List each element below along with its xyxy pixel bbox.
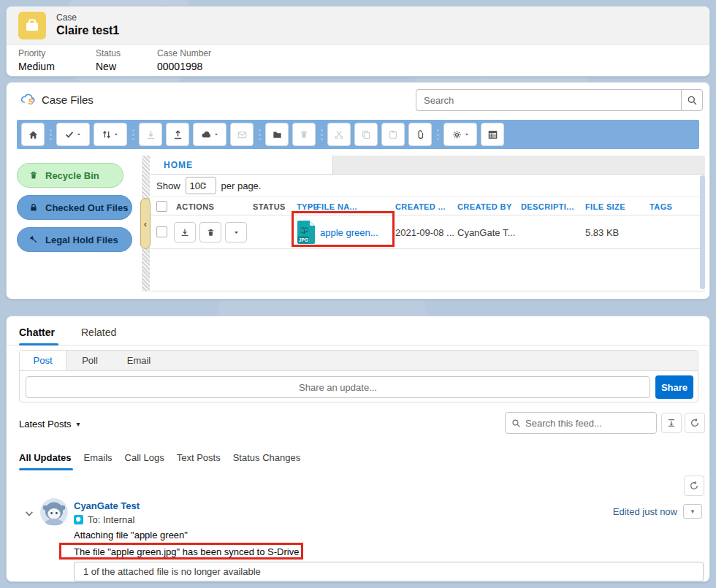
cloud-upload-dropdown-icon[interactable] — [193, 123, 226, 146]
tab-status-changes[interactable]: Status Changes — [233, 452, 301, 463]
tab-emails[interactable]: Emails — [84, 452, 113, 463]
col-status: STATUS — [253, 202, 286, 211]
post-audience: To: Internal — [74, 514, 134, 525]
feed-filter-dropdown[interactable]: Latest Posts ▾ — [19, 419, 80, 429]
tab-poll[interactable]: Poll — [66, 351, 113, 370]
folder-tab-strip: HOME — [151, 156, 705, 175]
toolbar-separator — [257, 126, 262, 142]
row-checkbox[interactable] — [156, 226, 167, 237]
post-text-line2: The file "apple green.jpg" has been sync… — [74, 546, 299, 557]
chatter-publisher: Post Poll Email Share — [19, 350, 698, 402]
tab-chatter[interactable]: Chatter — [19, 327, 55, 338]
col-tags[interactable]: TAGS — [650, 202, 672, 211]
avatar[interactable] — [40, 498, 68, 526]
col-file-size[interactable]: FILE SIZE — [585, 202, 625, 211]
select-all-dropdown-icon[interactable] — [56, 123, 90, 146]
table-scrollbar[interactable] — [700, 175, 705, 289]
active-feed-tab-underline — [19, 468, 73, 470]
feed-sort-icon[interactable] — [661, 413, 682, 433]
feed-type-tabs: All Updates Emails Call Logs Text Posts … — [19, 452, 300, 463]
sort-chevron-icon — [307, 203, 314, 210]
tab-related[interactable]: Related — [81, 327, 116, 338]
share-button[interactable]: Share — [655, 375, 693, 399]
sort-dropdown-icon[interactable] — [94, 123, 127, 146]
toolbar-separator — [131, 126, 135, 142]
feed-refresh-icon[interactable] — [685, 413, 705, 433]
file-name-link[interactable]: apple green... — [320, 227, 378, 238]
download-icon — [139, 123, 162, 146]
file-search-input[interactable] — [416, 89, 681, 111]
paging-controls: Show ▴▾ per page. — [151, 175, 705, 196]
field-status: Status New — [96, 48, 121, 72]
row-download-icon[interactable] — [174, 222, 196, 243]
per-page-label: per page. — [221, 180, 262, 191]
list-view-icon[interactable] — [481, 123, 504, 146]
lock-icon — [28, 202, 39, 213]
feed-filter-label: Latest Posts — [19, 419, 72, 429]
component-title: Case Files — [42, 93, 94, 106]
delete-icon — [292, 123, 316, 146]
row-more-actions-icon[interactable] — [225, 222, 247, 243]
col-created[interactable]: CREATED ... — [395, 202, 446, 211]
post-refresh-icon[interactable] — [684, 476, 704, 496]
gavel-icon — [28, 234, 39, 245]
tab-home[interactable]: HOME — [151, 156, 333, 174]
post-timestamp[interactable]: Edited just now — [613, 506, 677, 517]
created-cell: 2021-09-08 ... — [395, 227, 454, 238]
collapse-panel-handle[interactable]: ‹ — [140, 198, 151, 249]
page-size-input[interactable] — [186, 180, 204, 191]
panel-splitter[interactable]: ‹ — [142, 156, 150, 291]
collapse-post-chevron-icon[interactable] — [24, 508, 34, 519]
checked-out-files-label: Checked Out Files — [45, 202, 128, 213]
case-object-icon — [18, 12, 46, 39]
svg-text:JPG: JPG — [299, 237, 308, 243]
post-author-link[interactable]: CyanGate Test — [74, 500, 140, 511]
tab-all-updates[interactable]: All Updates — [19, 452, 72, 463]
record-header: Case Claire test1 — [7, 7, 709, 45]
file-search-button[interactable] — [681, 89, 703, 111]
svg-text:S: S — [28, 97, 34, 106]
s-drive-cloud-icon: S — [20, 92, 37, 106]
file-table-area: HOME Show ▴▾ per page. ACTIONS STATUS TY… — [151, 156, 705, 291]
legal-hold-files-button[interactable]: Legal Hold Files — [17, 227, 132, 252]
new-folder-icon[interactable] — [265, 123, 289, 146]
home-icon[interactable] — [21, 123, 45, 146]
table-row: JPG apple green... 2021-09-08 ... CyanGa… — [151, 215, 705, 249]
row-delete-icon[interactable] — [199, 222, 221, 243]
table-header-row: ACTIONS STATUS TYPE FILE NA... CREATED .… — [151, 196, 705, 215]
created-by-cell: CyanGate T... — [457, 227, 515, 238]
gear-dropdown-icon[interactable] — [443, 123, 477, 146]
stepper-arrows-icon[interactable]: ▴▾ — [204, 181, 207, 190]
select-all-checkbox[interactable] — [156, 201, 167, 212]
feed-search-input[interactable] — [525, 418, 635, 429]
chat-bubble-icon — [74, 515, 83, 524]
show-label: Show — [156, 180, 180, 191]
audience-label: To: Internal — [88, 514, 134, 525]
tab-call-logs[interactable]: Call Logs — [125, 452, 164, 463]
attach-icon[interactable] — [408, 123, 432, 146]
recycle-bin-button[interactable]: Recycle Bin — [17, 163, 123, 188]
chevron-down-icon: ▾ — [77, 420, 80, 428]
publisher-tab-strip: Post Poll Email — [20, 351, 698, 371]
salesforce-case-page: { "colors": { "accent": "#0070d2", "tool… — [0, 0, 716, 588]
checked-out-files-button[interactable]: Checked Out Files — [17, 195, 132, 220]
upload-icon[interactable] — [166, 123, 189, 146]
tab-post[interactable]: Post — [20, 351, 66, 370]
col-description[interactable]: DESCRIPTI... — [521, 202, 574, 211]
field-priority: Priority Medium — [18, 48, 55, 72]
post-meta: Edited just now ▾ — [613, 504, 702, 519]
email-icon — [230, 123, 254, 146]
page-size-stepper[interactable]: ▴▾ — [186, 177, 216, 194]
post-text-line1: Attaching file "apple green" — [74, 530, 188, 541]
toolbar-separator — [319, 126, 324, 142]
col-file-name[interactable]: FILE NA... — [316, 202, 357, 211]
field-case-number: Case Number 00001998 — [157, 48, 211, 72]
case-highlights-panel: Case Claire test1 Priority Medium Status… — [6, 6, 710, 77]
copy-icon — [354, 123, 378, 146]
post-actions-dropdown-icon[interactable]: ▾ — [683, 504, 702, 519]
col-created-by[interactable]: CREATED BY — [457, 202, 512, 211]
share-update-input[interactable] — [26, 376, 650, 398]
tab-email[interactable]: Email — [113, 351, 164, 370]
file-size-cell: 5.83 KB — [585, 227, 619, 238]
tab-text-posts[interactable]: Text Posts — [177, 452, 221, 463]
